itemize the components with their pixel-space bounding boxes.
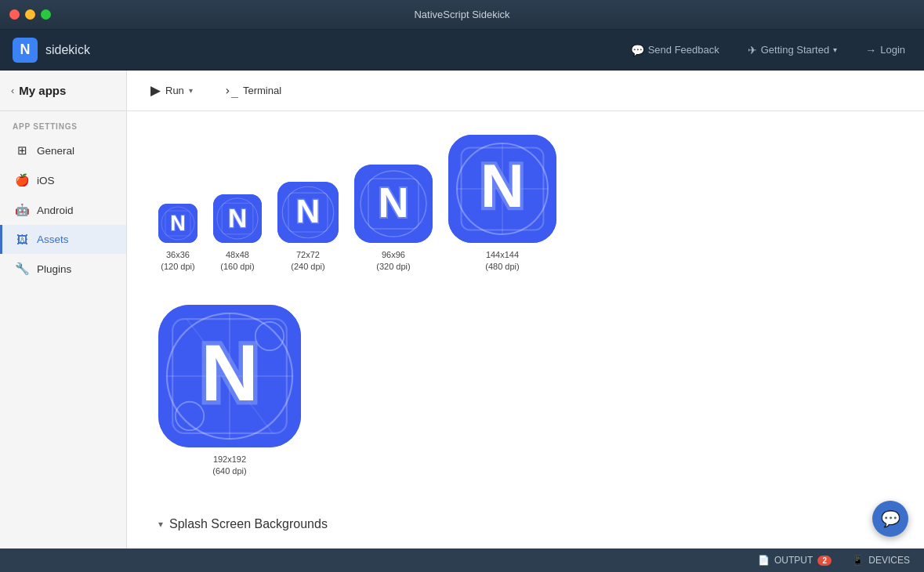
icon-grid-row1: N 36x36 (120 dpi) [158,135,893,273]
run-button[interactable]: ▶ Run ▾ [143,78,201,103]
devices-label: DEVICES [868,555,910,566]
chat-bubble-button[interactable]: 💬 [872,501,908,537]
output-badge: 2 [817,556,832,566]
login-icon: → [865,44,876,56]
icon-label-144: 144x144 (480 dpi) [485,249,519,273]
icon-label-192: 192x192 (640 dpi) [212,454,246,478]
content-area[interactable]: N 36x36 (120 dpi) [127,111,924,548]
output-file-icon: 📄 [758,555,770,566]
output-label: OUTPUT [774,555,813,566]
icon-item-192: N 192x192 (640 dpi) [158,305,301,478]
icon-label-96: 96x96 (320 dpi) [376,249,410,273]
right-panel: ▶ Run ▾ ›_ Terminal [127,71,924,548]
rocket-icon: ✈ [748,44,757,56]
general-icon: ⊞ [15,143,29,157]
icon-image-36: N [158,204,197,243]
svg-text:N: N [296,193,320,230]
sidebar-item-ios[interactable]: 🍎 iOS [0,165,126,195]
apple-icon: 🍎 [15,173,29,187]
icon-label-72: 72x72 (240 dpi) [291,249,324,273]
splash-label: Splash Screen Backgrounds [169,517,328,531]
navbar: N sidekick 💬 Send Feedback ✈ Getting Sta… [0,30,924,71]
chevron-icon: ▾ [158,519,163,530]
run-label: Run [165,85,184,96]
statusbar: 📄 OUTPUT 2 📱 DEVICES [0,548,924,572]
sidebar-item-android[interactable]: 🤖 Android [0,195,126,225]
output-button[interactable]: 📄 OUTPUT 2 [752,552,838,568]
navbar-actions: 💬 Send Feedback ✈ Getting Started ▾ → Lo… [625,40,911,60]
app-settings-section: APP SETTINGS [0,111,126,136]
sidebar: ‹ My apps APP SETTINGS ⊞ General 🍎 iOS 🤖… [0,71,127,548]
icon-image-96: N [354,165,433,243]
svg-text:N: N [201,328,259,418]
devices-phone-icon: 📱 [852,555,864,566]
assets-label: Assets [37,234,69,245]
svg-text:N: N [170,212,186,235]
feedback-icon: 💬 [631,44,644,56]
close-button[interactable] [9,9,20,20]
run-icon: ▶ [150,82,161,99]
general-label: General [37,145,74,157]
minimize-button[interactable] [25,9,35,20]
ios-label: iOS [37,175,55,186]
traffic-lights [9,9,51,20]
terminal-icon: ›_ [224,84,238,98]
icon-label-48: 48x48 (160 dpi) [220,249,254,273]
icon-item-72: N 72x72 (240 dpi) [277,182,339,273]
assets-icon: 🖼 [15,233,29,246]
icon-item-144: N 144x144 (480 dpi) [448,135,556,273]
send-feedback-button[interactable]: 💬 Send Feedback [625,40,726,60]
plugins-label: Plugins [37,263,71,275]
android-icon: 🤖 [15,203,29,217]
sidebar-item-general[interactable]: ⊞ General [0,136,126,165]
plugins-icon: 🔧 [15,262,29,276]
icon-label-36: 36x36 (120 dpi) [161,249,194,273]
android-label: Android [37,205,74,216]
icon-grid-row2: N 192x192 (640 dpi) [158,305,893,478]
toolbar: ▶ Run ▾ ›_ Terminal [127,71,924,111]
icon-image-72: N [277,182,339,243]
getting-started-button[interactable]: ✈ Getting Started ▾ [741,40,843,60]
app-logo: N [13,38,38,63]
maximize-button[interactable] [41,9,51,20]
login-button[interactable]: → Login [859,40,911,60]
chat-bubble-icon: 💬 [881,509,900,528]
icon-image-192: N [158,305,301,447]
icon-image-144: N [448,135,556,243]
window-title: NativeScript Sidekick [414,9,509,20]
back-arrow-icon: ‹ [11,85,14,96]
icon-item-96: N 96x96 (320 dpi) [354,165,433,273]
main-layout: ‹ My apps APP SETTINGS ⊞ General 🍎 iOS 🤖… [0,71,924,548]
terminal-button[interactable]: ›_ Terminal [216,79,289,103]
titlebar: NativeScript Sidekick [0,0,924,30]
content-inner: N 36x36 (120 dpi) [127,111,924,548]
my-apps-nav[interactable]: ‹ My apps [0,71,126,111]
sidebar-item-assets[interactable]: 🖼 Assets [0,225,126,254]
icon-image-48: N [213,194,262,243]
icon-item-48: N 48x48 (160 dpi) [213,194,262,273]
svg-text:N: N [379,179,409,226]
app-name: sidekick [45,43,625,57]
svg-text:N: N [480,152,524,219]
devices-button[interactable]: 📱 DEVICES [846,552,916,568]
svg-text:N: N [228,204,247,233]
chevron-down-icon: ▾ [833,45,837,54]
run-dropdown-icon: ▾ [189,86,193,95]
sidebar-item-plugins[interactable]: 🔧 Plugins [0,254,126,284]
my-apps-label: My apps [19,84,66,97]
terminal-label: Terminal [243,85,281,96]
splash-section-header[interactable]: ▾ Splash Screen Backgrounds [158,509,893,539]
icon-item-36: N 36x36 (120 dpi) [158,204,197,273]
